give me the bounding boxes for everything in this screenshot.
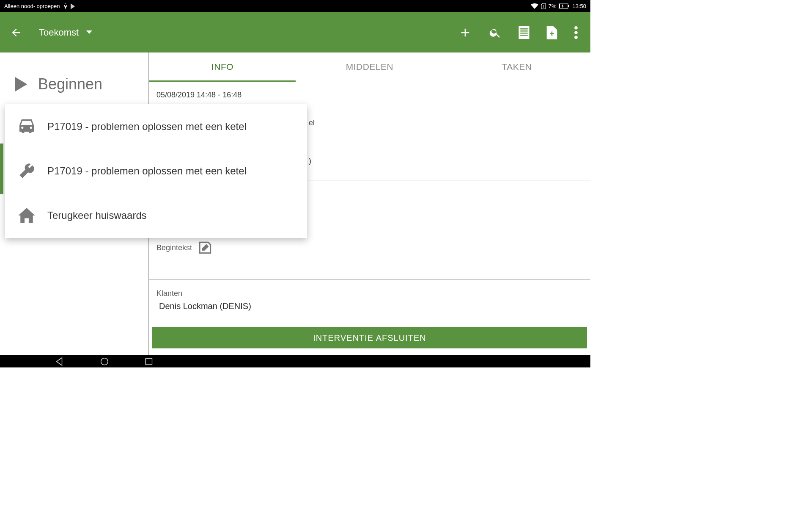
- svg-rect-13: [146, 358, 152, 364]
- begin-popup-menu: P17019 - problemen oplossen met een kete…: [5, 104, 307, 238]
- toolbar-title-dropdown[interactable]: Toekomst: [39, 27, 92, 38]
- app-toolbar: Toekomst: [0, 12, 590, 52]
- car-icon: [18, 119, 36, 134]
- popup-item-work-label: P17019 - problemen oplossen met een kete…: [47, 165, 247, 177]
- popup-item-work[interactable]: P17019 - problemen oplossen met een kete…: [5, 149, 307, 193]
- begin-button[interactable]: Beginnen: [0, 52, 148, 101]
- nav-home-icon[interactable]: [100, 357, 109, 366]
- nav-back-icon[interactable]: [55, 357, 64, 366]
- android-status-bar: Alleen nood- oproepen ! 7% 13:50: [0, 0, 590, 12]
- toolbar-title-text: Toekomst: [39, 27, 79, 38]
- svg-rect-8: [520, 35, 528, 36]
- overflow-menu-icon[interactable]: [574, 26, 578, 39]
- svg-point-10: [574, 31, 578, 34]
- tab-info-label: INFO: [211, 62, 233, 72]
- play-icon: [10, 75, 30, 94]
- svg-rect-3: [559, 4, 560, 8]
- close-label: INTERVENTIE AFSLUITEN: [313, 333, 426, 343]
- klanten-value: Denis Lockman (DENIS): [159, 301, 251, 311]
- android-nav-bar: [0, 355, 590, 367]
- dropdown-icon: [86, 30, 92, 35]
- edit-icon[interactable]: [198, 240, 212, 255]
- popup-item-travel[interactable]: P17019 - problemen oplossen met een kete…: [5, 104, 307, 149]
- tab-active-underline: [149, 80, 296, 82]
- tab-middelen[interactable]: MIDDELEN: [296, 52, 443, 81]
- svg-point-12: [101, 358, 108, 365]
- status-clock: 13:50: [572, 3, 586, 9]
- svg-rect-7: [520, 33, 528, 34]
- svg-rect-5: [520, 28, 528, 30]
- battery-icon: [559, 3, 570, 9]
- begin-label: Beginnen: [38, 75, 102, 93]
- popup-item-return[interactable]: Terugkeer huiswaards: [5, 193, 307, 237]
- usb-icon: [63, 3, 68, 10]
- add-icon[interactable]: [458, 26, 472, 39]
- svg-text:!: !: [543, 4, 544, 8]
- list-icon[interactable]: [518, 26, 529, 39]
- klanten-label-row: Klanten: [149, 280, 590, 301]
- peek-text-1: el: [309, 119, 315, 127]
- begintekst-label: Begintekst: [156, 243, 192, 252]
- svg-rect-2: [568, 5, 569, 7]
- home-icon: [18, 208, 36, 223]
- svg-point-11: [574, 36, 578, 39]
- tab-middelen-label: MIDDELEN: [346, 62, 394, 72]
- play-store-icon: [70, 3, 75, 9]
- new-doc-icon[interactable]: [546, 26, 557, 39]
- tab-taken[interactable]: TAKEN: [443, 52, 590, 81]
- svg-point-9: [574, 26, 578, 30]
- datetime-text: 05/08/2019 14:48 - 16:48: [156, 91, 241, 99]
- status-emergency-text: Alleen nood- oproepen: [4, 3, 60, 9]
- close-intervention-button[interactable]: INTERVENTIE AFSLUITEN: [152, 327, 587, 348]
- popup-item-return-label: Terugkeer huiswaards: [47, 210, 147, 221]
- tab-bar: INFO MIDDELEN TAKEN: [149, 52, 590, 81]
- selected-indicator: [0, 144, 3, 194]
- tab-info[interactable]: INFO: [149, 52, 296, 81]
- wrench-icon: [18, 163, 36, 179]
- back-icon[interactable]: [10, 27, 22, 39]
- popup-item-travel-label: P17019 - problemen oplossen met een kete…: [47, 121, 247, 133]
- klanten-value-row: Denis Lockman (DENIS): [149, 301, 590, 316]
- tab-taken-label: TAKEN: [502, 62, 532, 72]
- svg-rect-6: [520, 30, 528, 32]
- nav-recent-icon[interactable]: [145, 357, 153, 366]
- card-icon: !: [541, 3, 546, 9]
- status-battery-text: 7%: [549, 3, 557, 9]
- datetime-row: 05/08/2019 14:48 - 16:48: [149, 81, 590, 104]
- search-icon[interactable]: [489, 26, 502, 39]
- peek-text-2: ): [309, 157, 311, 166]
- begintekst-spacer: [149, 258, 590, 276]
- wifi-icon: [531, 3, 538, 9]
- klanten-label: Klanten: [156, 289, 182, 298]
